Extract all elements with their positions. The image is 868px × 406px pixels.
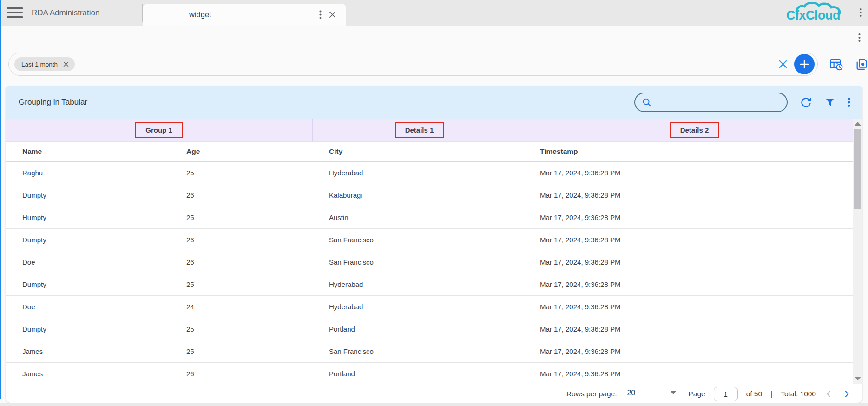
cell-name: Humpty [6,213,170,221]
cell-city: San Francisco [312,258,526,266]
cell-name: Dumpty [6,280,170,288]
table-body: Raghu 25 Hyderabad Mar 17, 2024, 9:36:28… [6,162,862,385]
cell-timestamp: Mar 17, 2024, 9:36:28 PM [526,169,852,177]
dropdown-arrow-icon [671,391,676,394]
cell-timestamp: Mar 17, 2024, 9:36:28 PM [526,280,852,288]
table-row[interactable]: Dumpty 25 Portland Mar 17, 2024, 9:36:28… [6,318,862,340]
table-row[interactable]: Doe 26 San Francisco Mar 17, 2024, 9:36:… [6,251,862,273]
previous-page-icon[interactable] [824,389,834,399]
cell-age: 25 [170,280,312,288]
table-row[interactable]: Dumpty 26 San Francisco Mar 17, 2024, 9:… [6,229,862,251]
cell-timestamp: Mar 17, 2024, 9:36:28 PM [526,370,852,378]
table-row[interactable]: Doe 24 Hyderabad Mar 17, 2024, 9:36:28 P… [6,296,862,318]
cell-age: 26 [170,370,312,378]
cell-city: San Francisco [312,236,526,244]
search-input[interactable] [664,99,780,106]
cell-age: 25 [170,213,312,221]
topbar-kebab-icon[interactable] [860,8,862,17]
hamburger-menu-button[interactable] [7,7,23,18]
table-row[interactable]: Dumpty 26 Kalaburagi Mar 17, 2024, 9:36:… [6,184,862,206]
annotation-box-group1: Group 1 [135,122,183,138]
cell-timestamp: Mar 17, 2024, 9:36:28 PM [526,191,852,199]
page-kebab-icon[interactable] [858,33,861,42]
group-cell-details2: Details 2 [526,119,862,141]
pagination-divider: | [770,390,772,398]
cell-city: Hyderabad [312,169,526,177]
rows-per-page-label: Rows per page: [566,390,617,398]
cell-city: San Francisco [312,347,526,355]
group-header-row: Group 1 Details 1 Details 2 [6,119,862,142]
bottom-edge [0,403,868,406]
topbar: RDA Administration widget CfxCloud [0,0,868,26]
column-header-city[interactable]: City [312,147,526,156]
cell-age: 25 [170,325,312,333]
scrollbar-up-arrow-icon[interactable] [855,122,861,126]
annotation-box-details2: Details 2 [670,122,720,138]
cell-name: Doe [6,303,170,311]
tab-kebab-icon[interactable] [319,10,322,19]
rows-per-page-value: 20 [627,389,635,397]
filter-chip-close-icon[interactable] [63,61,69,67]
filter-chip-label: Last 1 month [21,61,58,68]
filter-bar: Last 1 month [8,53,868,76]
scrollbar-thumb[interactable] [854,129,861,209]
cell-name: Doe [6,258,170,266]
page-number-input[interactable] [714,387,738,401]
cell-timestamp: Mar 17, 2024, 9:36:28 PM [526,236,852,244]
pagination-bar: Rows per page: 20 Page of 50 | Total: 10… [6,385,862,403]
table-row[interactable]: James 26 Portland Mar 17, 2024, 9:36:28 … [6,363,862,385]
logo-text: CfxCloud [786,8,840,23]
cell-timestamp: Mar 17, 2024, 9:36:28 PM [526,213,852,221]
cell-name: James [6,347,170,355]
panel-kebab-icon[interactable] [848,97,850,107]
table-clock-icon [829,57,843,72]
saved-views-button[interactable] [855,58,868,71]
cell-city: Hyderabad [312,303,526,311]
refresh-icon [800,96,812,109]
column-header-row: Name Age City Timestamp [6,142,862,162]
clear-filters-icon[interactable] [777,59,789,70]
filter-input-area[interactable]: Last 1 month [8,53,818,76]
cell-city: Portland [312,325,526,333]
table-row[interactable]: Raghu 25 Hyderabad Mar 17, 2024, 9:36:28… [6,162,862,184]
search-box[interactable] [634,93,788,112]
cfxcloud-logo: CfxCloud [786,2,851,24]
column-header-timestamp[interactable]: Timestamp [526,147,852,156]
cell-timestamp: Mar 17, 2024, 9:36:28 PM [526,258,852,266]
table-row[interactable]: Humpty 25 Austin Mar 17, 2024, 9:36:28 P… [6,206,862,229]
next-page-icon[interactable] [842,389,851,399]
cell-age: 24 [170,303,312,311]
group-cell-details1: Details 1 [312,119,526,141]
window-focus-border [0,0,1,399]
cell-age: 26 [170,191,312,199]
table-row[interactable]: James 25 San Francisco Mar 17, 2024, 9:3… [6,340,862,363]
search-icon [642,97,652,107]
cell-timestamp: Mar 17, 2024, 9:36:28 PM [526,347,852,355]
plus-icon [799,59,810,70]
column-header-name[interactable]: Name [6,147,170,156]
cell-name: Dumpty [6,191,170,199]
rows-per-page-select[interactable]: 20 [625,389,680,399]
refresh-button[interactable] [800,96,812,109]
schedule-button[interactable] [829,57,843,72]
cell-name: James [6,370,170,378]
vertical-scrollbar[interactable] [853,119,862,384]
widget-panel: Grouping in Tabular [6,86,862,403]
cell-name: Dumpty [6,325,170,333]
filter-chip[interactable]: Last 1 month [14,57,75,71]
cell-city: Kalaburagi [312,191,526,199]
cell-age: 26 [170,258,312,266]
column-header-age[interactable]: Age [170,147,312,156]
add-filter-button[interactable] [794,54,815,74]
tab-widget[interactable]: widget [143,4,346,26]
filter-button[interactable] [824,97,835,108]
text-cursor [658,97,658,107]
cell-city: Austin [312,213,526,221]
tab-rda-administration[interactable]: RDA Administration [25,0,142,26]
tab-close-icon[interactable] [328,10,337,19]
scrollbar-down-arrow-icon[interactable] [855,377,861,380]
tab-widget-label: widget [189,10,211,19]
panel-title: Grouping in Tabular [19,98,87,107]
table-row[interactable]: Dumpty 25 Hyderabad Mar 17, 2024, 9:36:2… [6,273,862,296]
cell-name: Dumpty [6,236,170,244]
